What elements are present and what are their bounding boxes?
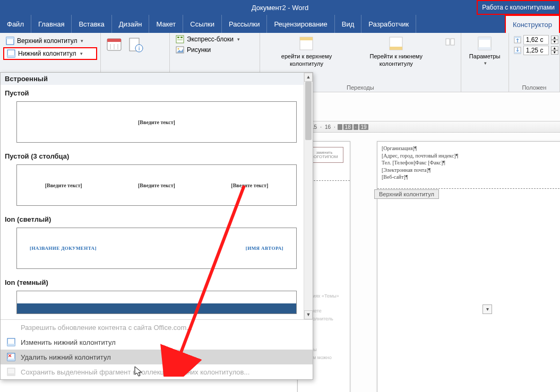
- menu-office-update-label: Разрешить обновление контента с сайта Of…: [21, 324, 192, 332]
- date-time-icon[interactable]: [106, 37, 122, 53]
- document-page-right[interactable]: [Организация]¶ [Адрес, город, почтовый и…: [377, 141, 560, 392]
- svg-rect-30: [514, 52, 521, 54]
- svg-point-17: [178, 48, 179, 50]
- footer-template-empty[interactable]: [Введите текст]: [16, 101, 297, 143]
- scrollbar-thumb[interactable]: [305, 82, 312, 140]
- svg-rect-25: [478, 37, 491, 40]
- tab-constructor[interactable]: Конструктор: [505, 15, 560, 33]
- spinner-buttons[interactable]: ▲▼: [551, 46, 558, 55]
- menu-save-selection[interactable]: Сохранить выделенный фрагмент в коллекци…: [1, 364, 313, 379]
- tab-insert[interactable]: Вставка: [72, 15, 111, 33]
- goto-footer-icon: [388, 36, 404, 51]
- tab-view[interactable]: Вид: [335, 15, 362, 33]
- express-blocks-label: Экспресс-блоки: [187, 36, 234, 43]
- menu-delete-footer[interactable]: Удалить нижний колонтитул: [1, 350, 313, 364]
- header-content[interactable]: [Организация]¶ [Адрес, город, почтовый и…: [382, 145, 560, 181]
- svg-rect-23: [451, 39, 454, 45]
- parameters-icon: [477, 36, 493, 51]
- svg-rect-28: [514, 37, 521, 38]
- menu-edit-footer[interactable]: Изменить нижний колонтитул: [1, 335, 313, 350]
- chevron-down-icon: ▾: [80, 51, 83, 56]
- tab-home[interactable]: Главная: [31, 15, 72, 33]
- scroll-down-icon[interactable]: ▼: [304, 310, 313, 319]
- svg-rect-22: [446, 39, 450, 45]
- svg-rect-1: [6, 37, 14, 39]
- ruler-tick: [338, 124, 342, 130]
- placeholder-text: [Введите текст]: [138, 182, 175, 188]
- gallery-section-ion-light: Ion (светлый): [1, 211, 313, 225]
- svg-rect-19: [300, 37, 313, 40]
- pictures-label: Рисунки: [187, 46, 211, 54]
- menu-office-update[interactable]: Разрешить обновление контента с сайта Of…: [1, 320, 313, 335]
- position-group-label: Положен: [512, 83, 556, 91]
- tab-developer[interactable]: Разработчик: [361, 15, 416, 33]
- pictures-button[interactable]: Рисунки: [173, 45, 256, 55]
- header-web: [Веб-сайт]¶: [382, 173, 560, 181]
- placeholder-text: [Введите текст]: [45, 182, 82, 188]
- ruler-tick: ·: [319, 124, 323, 130]
- svg-rect-5: [107, 39, 121, 42]
- footer-icon: [7, 49, 15, 58]
- scroll-down-button[interactable]: ▾: [483, 304, 492, 314]
- svg-text:i: i: [139, 46, 140, 51]
- footer-from-bottom-field[interactable]: 1,25 с ▲▼: [512, 45, 556, 56]
- parameters-button[interactable]: Параметры ▾: [464, 34, 505, 67]
- pictures-icon: [176, 46, 184, 54]
- placeholder-doc-title: [НАЗВАНИЕ ДОКУМЕНТА]: [30, 246, 97, 251]
- chevron-down-icon: ▾: [237, 37, 240, 42]
- header-region-tag[interactable]: Верхний колонтитул: [374, 189, 439, 199]
- footer-position-icon: [514, 47, 521, 54]
- footer-template-empty-3col[interactable]: [Введите текст] [Введите текст] [Введите…: [16, 164, 297, 206]
- footer-template-ion-dark[interactable]: [16, 291, 297, 314]
- svg-rect-14: [180, 37, 183, 38]
- menu-delete-footer-label: Удалить нижний колонтитул: [21, 353, 111, 361]
- tab-review[interactable]: Рецензирование: [267, 15, 334, 33]
- footer-dropdown[interactable]: Нижний колонтитул ▾: [3, 47, 97, 60]
- spinner-buttons[interactable]: ▲▼: [551, 36, 558, 44]
- ruler-tick: ·: [354, 124, 358, 130]
- document-info-icon[interactable]: i: [127, 37, 143, 53]
- svg-rect-15: [177, 39, 183, 40]
- header-from-top-field[interactable]: 1,62 с ▲▼: [512, 34, 556, 45]
- header-tel: Тел. [Телефон]Факс [Факс]¶: [382, 159, 560, 167]
- document-area: 15 · 16 · 18 · 19 заменить ЛОГОТИПОМ екц…: [308, 92, 560, 392]
- ribbon-group-options: Параметры ▾: [461, 33, 509, 92]
- svg-rect-13: [177, 37, 179, 38]
- placeholder-author: [ИМЯ АВТОРА]: [246, 246, 283, 251]
- tab-mailings[interactable]: Рассылки: [222, 15, 267, 33]
- header-label: Верхний колонтитул: [17, 37, 77, 45]
- header-dropdown[interactable]: Верхний колонтитул ▾: [3, 36, 97, 46]
- header-position-icon: [514, 36, 521, 43]
- footer-gallery-dropdown: Встроенный Пустой [Введите текст] Пустой…: [0, 72, 313, 380]
- gallery-section-empty: Пустой: [1, 85, 313, 99]
- tab-file[interactable]: Файл: [0, 15, 31, 33]
- svg-rect-3: [7, 55, 15, 57]
- edit-footer-icon: [7, 338, 15, 346]
- delete-footer-icon: [7, 353, 15, 361]
- header-addr: [Адрес, город, почтовый индекс]¶: [382, 152, 560, 160]
- placeholder-text: [Введите текст]: [138, 119, 175, 125]
- gallery-scrollbar[interactable]: ▲ ▼: [304, 73, 313, 319]
- gallery-bottom-menu: Разрешить обновление контента с сайта Of…: [1, 319, 313, 379]
- gallery-section-ion-dark: Ion (темный): [1, 274, 313, 289]
- goto-footer-button[interactable]: Перейти к нижнему колонтитулу: [352, 34, 441, 69]
- gallery-section-empty3: Пустой (3 столбца): [1, 148, 313, 162]
- scroll-up-icon[interactable]: ▲: [304, 73, 313, 82]
- footer-template-ion-light[interactable]: [НАЗВАНИЕ ДОКУМЕНТА] [ИМЯ АВТОРА]: [16, 228, 297, 269]
- save-selection-icon: [7, 368, 15, 376]
- tab-layout[interactable]: Макет: [149, 15, 183, 33]
- goto-header-button[interactable]: ерейти к верхнему колонтитулу: [263, 34, 350, 69]
- express-blocks-button[interactable]: Экспресс-блоки ▾: [173, 34, 256, 45]
- goto-header-label: ерейти к верхнему колонтитулу: [268, 53, 346, 68]
- goto-header-icon: [298, 36, 314, 51]
- ruler-tick: 16: [324, 124, 332, 130]
- svg-rect-38: [7, 373, 15, 376]
- svg-rect-34: [7, 359, 15, 361]
- document-title: Документ2 - Word: [0, 4, 560, 12]
- header-icon: [6, 37, 14, 45]
- tab-design[interactable]: Дизайн: [112, 15, 150, 33]
- chevron-down-icon: ▾: [81, 38, 83, 43]
- tab-references[interactable]: Ссылки: [183, 15, 222, 33]
- contextual-tab-group-header-footer[interactable]: Работа с колонтитулами: [477, 0, 560, 15]
- horizontal-ruler[interactable]: 15 · 16 · 18 · 19: [308, 121, 560, 133]
